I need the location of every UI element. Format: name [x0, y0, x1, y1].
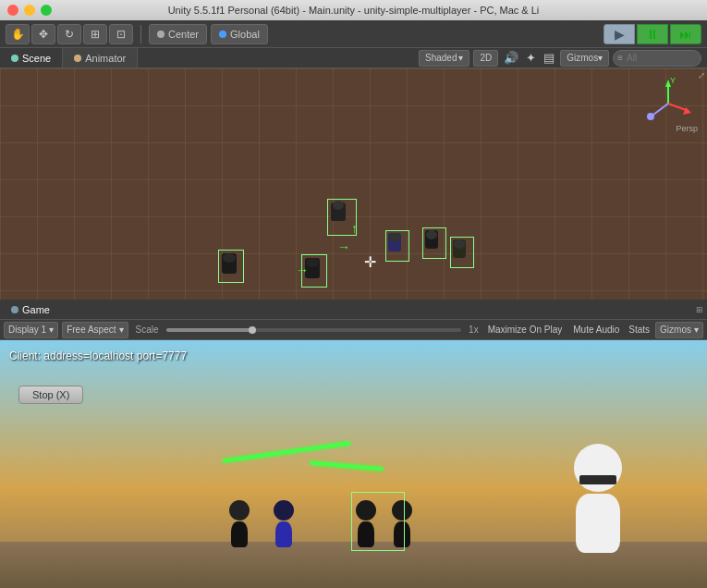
center-button[interactable]: Center [149, 24, 207, 44]
char-head-4 [392, 500, 412, 521]
maximize-button[interactable] [41, 5, 52, 16]
animator-tab-label: Animator [85, 53, 126, 64]
game-char-4 [392, 500, 412, 547]
game-toolbar-right: Maximize On Play Mute Audio Stats Gizmos… [482, 322, 703, 338]
center-label: Center [168, 29, 199, 40]
2d-toggle[interactable]: 2D [473, 50, 498, 67]
arrow-4: → [286, 295, 299, 300]
scene-search-box[interactable]: ≡ [613, 50, 701, 67]
sel-6 [450, 237, 474, 268]
mute-audio-button[interactable]: Mute Audio [569, 325, 623, 335]
scale-tool[interactable]: ⊞ [83, 24, 107, 44]
grid-overlay [0, 68, 707, 300]
scale-value: 1x [469, 325, 479, 335]
aspect-dropdown[interactable]: Free Aspect ▾ [62, 322, 128, 338]
expand-icon: ⊞ [696, 305, 703, 314]
play-controls: ▶ ⏸ ⏭ [603, 24, 701, 44]
display-dropdown[interactable]: Display 1 ▾ [4, 322, 58, 338]
scale-slider[interactable] [166, 328, 462, 332]
stop-button[interactable]: Stop (X) [18, 386, 83, 404]
hand-tool[interactable]: ✋ [6, 24, 30, 44]
scene-char-2 [222, 253, 237, 263]
scene-tab-icon [11, 55, 18, 62]
laser-1 [222, 441, 350, 462]
char-body-2 [275, 521, 292, 547]
svg-line-5 [653, 104, 668, 115]
scene-char-4 [388, 233, 401, 242]
arrow-3: → [296, 263, 309, 277]
gizmos-button[interactable]: Gizmos ▾ [560, 50, 609, 67]
game-gizmos-chevron: ▾ [694, 325, 699, 335]
game-info-panel: Client: address=localhost port=7777 Stop… [9, 348, 187, 365]
minimize-button[interactable] [24, 5, 35, 16]
traffic-lights [7, 5, 52, 16]
close-button[interactable] [7, 5, 18, 16]
char-head-1 [229, 500, 250, 521]
axis-gizmo: Y Persp [640, 76, 696, 131]
char-head-2 [274, 500, 294, 521]
axis-svg: Y [640, 76, 696, 131]
connection-info: Client: address=localhost port=7777 [9, 348, 187, 365]
game-viewport: Client: address=localhost port=7777 Stop… [0, 340, 707, 588]
svg-text:Y: Y [670, 76, 676, 85]
game-tab[interactable]: Game [0, 300, 61, 319]
game-char-player [570, 444, 626, 553]
effect-icon[interactable]: ✦ [524, 51, 538, 65]
display-label: Display 1 [8, 325, 46, 335]
scene-tab-label: Scene [22, 53, 51, 64]
move-handle[interactable]: ✛ [360, 253, 379, 272]
sel-5 [422, 227, 446, 259]
sel-2 [218, 250, 244, 283]
shading-label: Shaded [425, 53, 457, 63]
viewport-resize[interactable]: ⤢ [698, 70, 705, 80]
audio-icon[interactable]: 🔊 [502, 51, 520, 65]
game-char-1 [229, 500, 250, 547]
scale-handle[interactable] [249, 326, 256, 334]
animator-tab[interactable]: Animator [63, 48, 138, 67]
window-title: Unity 5.5.1f1 Personal (64bit) - Main.un… [168, 5, 540, 16]
svg-marker-4 [683, 107, 691, 115]
move-tool[interactable]: ✥ [31, 24, 55, 44]
scene-tab[interactable]: Scene [0, 48, 63, 67]
scene-view-controls: Shaded ▾ 2D 🔊 ✦ ▤ Gizmos ▾ ≡ [419, 48, 707, 67]
game-char-2 [274, 500, 294, 547]
step-button[interactable]: ⏭ [670, 24, 701, 44]
scene-search-input[interactable] [623, 50, 697, 67]
pause-button[interactable]: ⏸ [637, 24, 668, 44]
scale-fill [166, 328, 255, 332]
char-body-1 [231, 521, 248, 547]
rotate-tool[interactable]: ↻ [57, 24, 81, 44]
char-body-4 [394, 521, 410, 547]
gizmos-chevron: ▾ [598, 53, 603, 63]
game-tab-icon [11, 306, 18, 313]
player-visor [579, 475, 616, 484]
layer-icon[interactable]: ▤ [542, 51, 556, 65]
laser-2 [310, 461, 384, 472]
arrow-2: ↑ [351, 221, 358, 236]
rect-tool[interactable]: ⊡ [109, 24, 133, 44]
stats-button[interactable]: Stats [625, 325, 653, 335]
global-button[interactable]: Global [211, 24, 268, 44]
scene-char-6 [453, 239, 466, 249]
char-head-3 [356, 500, 376, 521]
persp-label: Persp [676, 124, 698, 133]
scale-label: Scale [136, 325, 159, 335]
play-button[interactable]: ▶ [603, 24, 635, 44]
game-toolbar: Display 1 ▾ Free Aspect ▾ Scale 1x Maxim… [0, 320, 707, 340]
display-chevron: ▾ [49, 325, 54, 335]
global-icon [219, 31, 226, 38]
sel-4 [385, 230, 409, 262]
game-gizmos-button[interactable]: Gizmos ▾ [655, 322, 703, 338]
shading-dropdown[interactable]: Shaded ▾ [419, 50, 469, 67]
aspect-label: Free Aspect [67, 325, 116, 335]
game-tab-label: Game [22, 304, 50, 315]
game-tab-controls: ⊞ [696, 300, 707, 319]
scene-tab-bar: Scene Animator Shaded ▾ 2D 🔊 ✦ ▤ Gizmos … [0, 48, 707, 68]
maximize-on-play-button[interactable]: Maximize On Play [482, 325, 568, 335]
scene-char-5 [425, 230, 438, 239]
tool-group: ✋ ✥ ↻ ⊞ ⊡ [6, 24, 133, 44]
game-tab-bar: Game ⊞ [0, 300, 707, 320]
main-toolbar: ✋ ✥ ↻ ⊞ ⊡ Center Global ▶ ⏸ ⏭ [0, 20, 707, 48]
shading-chevron: ▾ [458, 53, 463, 63]
global-label: Global [230, 29, 260, 40]
